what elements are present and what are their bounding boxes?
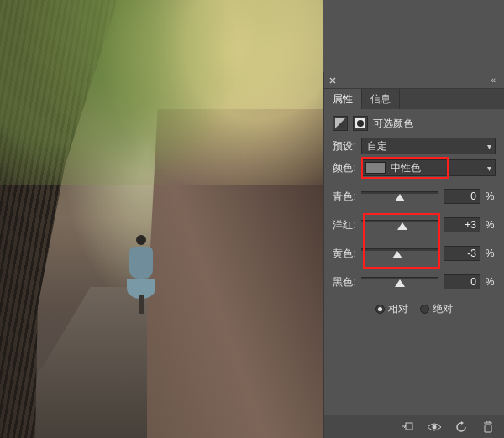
radio-dot-icon: [420, 305, 429, 314]
black-value[interactable]: 0: [444, 274, 480, 289]
percent-label: %: [484, 219, 496, 231]
adjustment-type-icon: [333, 116, 348, 131]
black-slider[interactable]: [361, 270, 438, 294]
delete-icon[interactable]: [479, 420, 497, 435]
document-canvas[interactable]: [0, 0, 323, 438]
tab-properties[interactable]: 属性: [324, 89, 362, 109]
colors-label: 颜色:: [333, 161, 361, 175]
radio-relative[interactable]: 相对: [375, 302, 408, 316]
colors-value: 中性色: [391, 161, 421, 175]
yellow-label: 黄色:: [333, 247, 361, 261]
svg-rect-3: [406, 423, 412, 430]
panel-collapse-icon[interactable]: «: [486, 76, 501, 85]
preset-value: 自定: [367, 139, 387, 154]
yellow-slider[interactable]: [361, 242, 438, 265]
percent-label: %: [484, 248, 496, 259]
colors-select[interactable]: 中性色 ▾: [361, 159, 496, 176]
tab-info[interactable]: 信息: [362, 89, 400, 109]
adjustment-title: 可选颜色: [373, 117, 413, 131]
radio-absolute-label: 绝对: [433, 302, 453, 316]
slider-row-cyan: 青色: 0 %: [333, 185, 496, 208]
cyan-label: 青色:: [333, 190, 361, 204]
black-label: 黑色:: [333, 275, 361, 289]
svg-point-4: [433, 425, 437, 429]
magenta-label: 洋红:: [333, 218, 361, 232]
slider-row-magenta: 洋红: +3 %: [333, 213, 496, 237]
panel-dock-empty: [323, 0, 504, 72]
percent-label: %: [484, 190, 496, 202]
preset-label: 预设:: [333, 139, 361, 154]
clip-to-layer-icon[interactable]: [398, 420, 417, 435]
radio-absolute[interactable]: 绝对: [420, 302, 453, 316]
cyan-slider[interactable]: [361, 185, 438, 208]
radio-relative-label: 相对: [388, 302, 408, 316]
slider-row-black: 黑色: 0 %: [333, 270, 496, 294]
view-previous-icon[interactable]: [425, 420, 444, 435]
chevron-down-icon: ▾: [487, 164, 491, 173]
yellow-value[interactable]: -3: [444, 246, 480, 261]
method-radio-group: 相对 绝对: [333, 302, 496, 316]
panel-footer: [324, 415, 504, 438]
magenta-value[interactable]: +3: [444, 217, 480, 232]
panel-titlebar: «: [324, 72, 504, 89]
panel-close-icon[interactable]: [328, 76, 338, 86]
color-swatch-neutral: [365, 162, 386, 174]
svg-point-2: [357, 120, 364, 127]
reset-icon[interactable]: [452, 420, 470, 435]
photo-person: [124, 235, 158, 310]
radio-dot-icon: [375, 305, 385, 314]
cyan-value[interactable]: 0: [444, 189, 480, 204]
layer-mask-icon: [353, 116, 368, 131]
panel-tabs: 属性 信息: [324, 89, 504, 109]
slider-row-yellow: 黄色: -3 %: [333, 242, 496, 265]
colors-row: 颜色: 中性色 ▾: [333, 159, 496, 176]
photo-foliage: [0, 0, 323, 185]
adjustment-header: 可选颜色: [333, 116, 496, 131]
preset-row: 预设: 自定 ▾: [333, 138, 496, 154]
chevron-down-icon: ▾: [487, 142, 491, 151]
preset-select[interactable]: 自定 ▾: [361, 138, 496, 154]
magenta-slider[interactable]: [361, 213, 438, 237]
percent-label: %: [484, 276, 496, 288]
